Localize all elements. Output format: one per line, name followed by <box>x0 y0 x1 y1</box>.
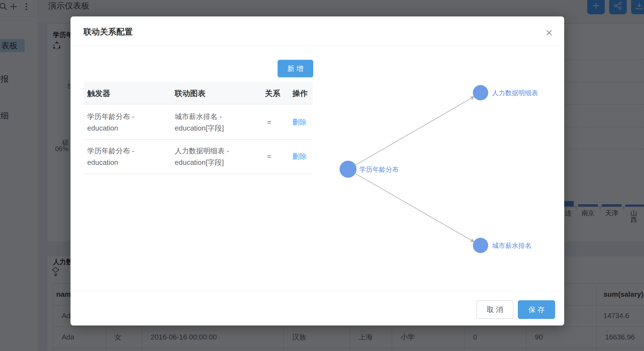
linkage-graph: 学历年龄分布 人力数据明细表 城市薪水排名 <box>315 47 562 291</box>
header-relation: 关系 <box>265 90 280 97</box>
header-action: 操作 <box>292 90 308 97</box>
table-divider <box>83 174 313 174</box>
header-trigger: 触发器 <box>87 90 110 97</box>
linked-chart-cell: 人力数据明细表 - education[字段] <box>175 145 262 168</box>
svg-text:城市薪水排名: 城市薪水排名 <box>492 242 532 249</box>
save-button[interactable]: 保 存 <box>518 300 555 319</box>
app-root: 演示仪表板 表板 报 细 <box>0 0 644 351</box>
modal-footer-divider <box>71 291 564 292</box>
delete-link[interactable]: 删除 <box>292 118 307 126</box>
header-linked-chart: 联动图表 <box>175 90 205 97</box>
table-divider <box>83 104 313 104</box>
graph-edge <box>355 174 474 242</box>
graph-node-source[interactable]: 学历年龄分布 <box>340 161 399 178</box>
trigger-cell: 学历年龄分布 - education <box>87 111 170 134</box>
svg-text:学历年龄分布: 学历年龄分布 <box>359 166 399 173</box>
cancel-button[interactable]: 取 消 <box>476 300 513 319</box>
close-icon[interactable]: ✕ <box>543 27 555 39</box>
relation-cell: = <box>267 153 271 160</box>
graph-edge <box>355 97 474 165</box>
delete-link[interactable]: 删除 <box>292 153 307 160</box>
svg-text:人力数据明细表: 人力数据明细表 <box>492 89 538 97</box>
graph-node-target-rank[interactable]: 城市薪水排名 <box>473 238 532 253</box>
linked-chart-cell: 城市薪水排名 - education[字段] <box>175 111 262 134</box>
modal-header-divider <box>71 46 564 46</box>
modal-title: 联动关系配置 <box>83 28 133 36</box>
table-divider <box>83 139 313 140</box>
trigger-cell: 学历年龄分布 - education <box>87 145 170 168</box>
graph-node-target-detail[interactable]: 人力数据明细表 <box>473 85 538 100</box>
add-linkage-button[interactable]: 新 增 <box>278 60 313 77</box>
relation-cell: = <box>267 118 271 126</box>
